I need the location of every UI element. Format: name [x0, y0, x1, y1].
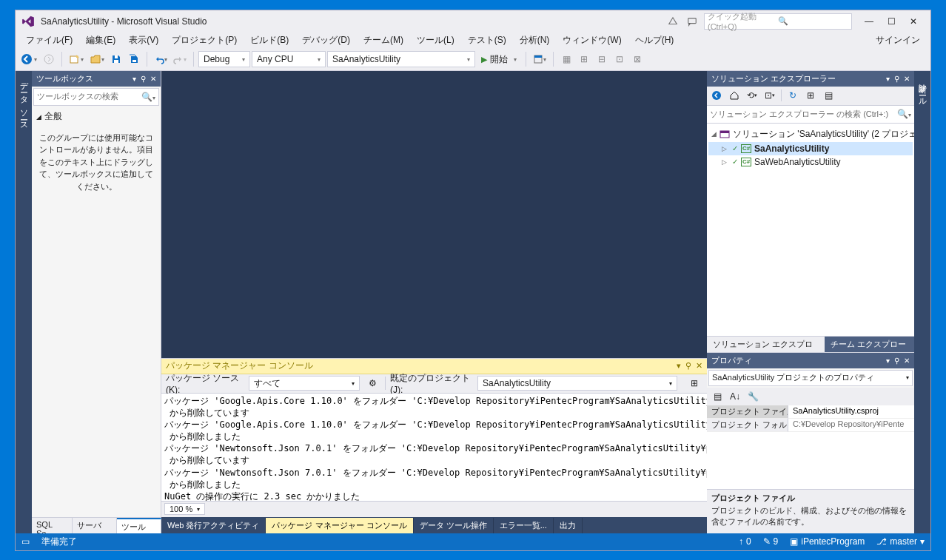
config-select[interactable]: Debug▾ — [198, 51, 250, 67]
diagnostic-tools-rail[interactable]: 診断ツール — [914, 71, 930, 533]
menu-file[interactable]: ファイル(F) — [20, 33, 78, 48]
project-node-1[interactable]: ▷ ✓ C# SaAnalyticsUtility — [708, 142, 913, 155]
menu-view[interactable]: 表示(V) — [123, 33, 164, 48]
menu-project[interactable]: プロジェクト(P) — [166, 33, 243, 48]
quick-launch-input[interactable]: クイック起動 (Ctrl+Q) 🔍 — [704, 13, 852, 30]
close-button[interactable]: ✕ — [902, 13, 925, 30]
categorized-icon[interactable]: ▤ — [710, 389, 725, 404]
back-icon[interactable] — [710, 89, 723, 102]
pkg-console-output[interactable]: パッケージ 'Google.Apis.Core 1.10.0' をフォルダー '… — [161, 394, 707, 501]
zoom-select[interactable]: 100 %▾ — [164, 503, 205, 515]
pkg-console-footer: 100 %▾ — [161, 501, 707, 517]
prop-row-project-folder[interactable]: プロジェクト フォルダー C:¥Develop Repository¥iPent… — [707, 419, 914, 432]
center-area: パッケージ マネージャー コンソール ▾⚲✕ パッケージ ソース(K): すべて… — [161, 71, 707, 533]
tab-output[interactable]: 出力 — [554, 518, 583, 533]
open-file-button[interactable]: ▾ — [87, 51, 107, 67]
status-publish-up[interactable]: ↑ 0 — [739, 536, 751, 547]
status-pending-changes[interactable]: ✎ 9 — [763, 536, 779, 547]
pin-icon[interactable]: ⚲ — [685, 361, 691, 371]
toolbox-group-general[interactable]: ◢全般 — [32, 107, 161, 126]
browse-button[interactable]: ▾ — [531, 51, 549, 67]
new-project-button[interactable]: ▾ — [67, 51, 86, 67]
prop-row-project-file[interactable]: プロジェクト ファイル SaAnalyticsUtility.csproj — [707, 405, 914, 419]
menu-analyze[interactable]: 分析(N) — [514, 33, 556, 48]
tab-toolbox[interactable]: ツールボ... — [117, 518, 161, 533]
tab-server-explorer[interactable]: サーバー... — [73, 518, 117, 533]
home-icon[interactable] — [728, 89, 741, 102]
save-all-button[interactable] — [126, 51, 142, 67]
pin-icon[interactable]: ⚲ — [894, 357, 899, 365]
menu-test[interactable]: テスト(S) — [462, 33, 512, 48]
project-node-2[interactable]: ▷ ✓ C# SaWebAnalyticsUtility — [708, 155, 913, 169]
minimize-button[interactable]: ― — [858, 13, 880, 30]
data-sources-rail[interactable]: データ ソース — [16, 71, 32, 533]
properties-toolbar: ▤ A↓ 🔧 — [707, 388, 914, 405]
menu-edit[interactable]: 編集(E) — [80, 33, 121, 48]
expand-icon[interactable]: ▷ — [722, 158, 729, 166]
quick-launch-placeholder: クイック起動 (Ctrl+Q) — [708, 11, 778, 31]
menu-tools[interactable]: ツール(L) — [411, 33, 460, 48]
status-repo[interactable]: ▣ iPentecProgram — [790, 536, 865, 547]
search-icon: 🔍▾ — [897, 109, 911, 119]
tb-icon-3[interactable]: ⊟ — [594, 51, 610, 67]
tb-icon-5[interactable]: ⊠ — [629, 51, 645, 67]
solution-root-node[interactable]: ◢ ソリューション 'SaAnalyticsUtility' (2 プロジェクト… — [708, 126, 913, 142]
tab-data-tools[interactable]: データ ツール操作 — [414, 518, 494, 533]
dropdown-icon[interactable]: ▾ — [677, 361, 681, 371]
tab-sql-server[interactable]: SQL Se... — [32, 518, 73, 533]
menu-team[interactable]: チーム(M) — [358, 33, 409, 48]
tab-error-list[interactable]: エラー一覧... — [494, 518, 554, 533]
pkg-source-select[interactable]: すべて▾ — [249, 376, 360, 391]
menu-window[interactable]: ウィンドウ(W) — [557, 33, 627, 48]
pin-icon[interactable]: ⚲ — [894, 75, 899, 83]
close-icon[interactable]: ✕ — [904, 75, 910, 83]
menu-bar: ファイル(F) 編集(E) 表示(V) プロジェクト(P) ビルド(B) デバッ… — [16, 33, 930, 49]
gear-icon[interactable]: ⚙ — [364, 375, 380, 391]
tab-team-explorer[interactable]: チーム エクスプローラー — [825, 337, 914, 352]
status-branch[interactable]: ⎇ master ▾ — [876, 536, 925, 547]
alphabetical-icon[interactable]: A↓ — [728, 389, 742, 404]
collapse-icon[interactable]: ⊡▾ — [763, 89, 776, 102]
startup-project-select[interactable]: SaAnalyticsUtility▾ — [327, 51, 475, 67]
notifications-icon[interactable] — [667, 16, 679, 27]
properties-icon[interactable]: ▤ — [822, 89, 835, 102]
wrench-icon[interactable]: 🔧 — [745, 389, 760, 404]
tb-icon-2[interactable]: ⊞ — [576, 51, 592, 67]
pkg-extra-icon[interactable]: ⊞ — [686, 375, 702, 391]
show-all-icon[interactable]: ⊞ — [804, 89, 817, 102]
start-debug-button[interactable]: ▶開始▾ — [477, 51, 521, 67]
refresh-icon[interactable]: ↻ — [786, 89, 799, 102]
tab-solution-explorer[interactable]: ソリューション エクスプローラー — [707, 337, 825, 352]
dropdown-icon[interactable]: ▾ — [886, 357, 890, 365]
undo-button[interactable]: ▾ — [152, 51, 170, 67]
maximize-button[interactable]: ☐ — [880, 13, 902, 30]
close-icon[interactable]: ✕ — [150, 75, 156, 83]
tb-icon-1[interactable]: ▦ — [558, 51, 574, 67]
solution-search-input[interactable]: ソリューション エクスプローラー の検索 (Ctrl+:) 🔍▾ — [707, 106, 914, 124]
platform-select[interactable]: Any CPU▾ — [252, 51, 326, 67]
body-area: データ ソース ツールボックス ▾⚲✕ ツールボックスの検索 🔍▾ ◢全般 この… — [16, 71, 930, 533]
toolbox-search-input[interactable]: ツールボックスの検索 🔍▾ — [33, 88, 159, 106]
pin-icon[interactable]: ⚲ — [141, 75, 146, 83]
tab-pkg-console[interactable]: パッケージ マネージャー コンソール — [266, 518, 413, 533]
save-button[interactable] — [108, 51, 124, 67]
dropdown-icon[interactable]: ▾ — [886, 75, 890, 83]
sign-in-link[interactable]: サインイン — [876, 34, 926, 47]
nav-back-button[interactable]: ▾ — [19, 51, 39, 67]
close-icon[interactable]: ✕ — [696, 361, 702, 371]
nav-fwd-button[interactable] — [41, 51, 57, 67]
expand-icon[interactable]: ◢ — [711, 130, 717, 138]
dropdown-icon[interactable]: ▾ — [132, 75, 136, 83]
menu-debug[interactable]: デバッグ(D) — [296, 33, 356, 48]
close-icon[interactable]: ✕ — [904, 357, 910, 365]
properties-object-select[interactable]: SaAnalyticsUtility プロジェクトのプロパティ▾ — [708, 370, 913, 386]
sync-icon[interactable]: ⟲▾ — [745, 89, 759, 102]
pkg-project-select[interactable]: SaAnalyticsUtility▾ — [477, 376, 677, 391]
menu-build[interactable]: ビルド(B) — [244, 33, 295, 48]
tb-icon-4[interactable]: ⊡ — [611, 51, 628, 67]
expand-icon[interactable]: ▷ — [722, 145, 729, 152]
feedback-icon[interactable] — [686, 16, 698, 27]
tab-web-publish[interactable]: Web 発行アクティビティ — [161, 518, 266, 533]
redo-button[interactable]: ▾ — [171, 51, 189, 67]
menu-help[interactable]: ヘルプ(H) — [629, 33, 680, 48]
